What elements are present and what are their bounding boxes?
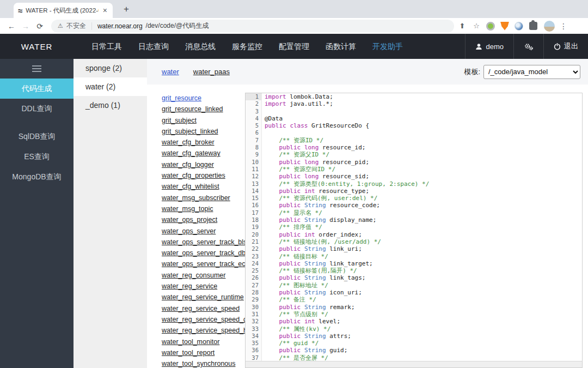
- table-link[interactable]: water_reg_service_runtime: [162, 292, 252, 303]
- table-link[interactable]: water_ops_server_track_dbs: [162, 248, 252, 258]
- nav-item[interactable]: 函数计算: [317, 34, 364, 59]
- nav-item[interactable]: 服务监控: [224, 34, 271, 59]
- code-line: /** 链接标签(用,隔开) */: [265, 267, 582, 274]
- table-link[interactable]: water_cfg_properties: [162, 170, 252, 181]
- table-link[interactable]: grit_subject: [162, 115, 252, 126]
- nav-item[interactable]: 配置管理: [271, 34, 317, 59]
- code-line: import java.util.*;: [265, 100, 582, 107]
- browser-menu-icon[interactable]: ⋮: [559, 22, 568, 31]
- user-name: demo: [486, 43, 504, 51]
- group-item[interactable]: sponge (2): [74, 59, 147, 77]
- code-viewer[interactable]: 1234567891011121314151617181920212223242…: [245, 93, 583, 368]
- table-link[interactable]: water_msg_topic: [162, 203, 252, 214]
- line-number: 35: [246, 340, 261, 347]
- nav-item[interactable]: 日志查询: [130, 34, 177, 59]
- table-link[interactable]: water_ops_project: [162, 214, 252, 225]
- share-icon[interactable]: ⬆: [456, 22, 468, 30]
- code-line: /** 备注 */: [265, 296, 582, 303]
- extensions-puzzle-icon[interactable]: [529, 22, 537, 30]
- code-line: public String link_uri;: [265, 245, 582, 252]
- dataset-tab[interactable]: water: [162, 68, 179, 76]
- table-link[interactable]: water_cfg_logger: [162, 159, 252, 170]
- omnibox-divider: [91, 22, 92, 30]
- nav-item[interactable]: 消息总线: [177, 34, 224, 59]
- line-number: 30: [246, 304, 261, 311]
- sidebar-item[interactable]: DDL查询: [0, 99, 74, 119]
- code-line: public int order_index;: [265, 231, 582, 238]
- line-number: 8: [246, 144, 261, 151]
- line-number: 10: [246, 159, 261, 166]
- new-tab-button[interactable]: +: [120, 3, 133, 16]
- table-link[interactable]: water_tool_report: [162, 347, 252, 358]
- forward-icon[interactable]: →: [20, 22, 32, 31]
- group-item[interactable]: _demo (1): [74, 96, 147, 114]
- sidebar-item[interactable]: SqlDB查询: [0, 126, 74, 147]
- code-line: /** 显示名 */: [265, 209, 582, 216]
- table-link[interactable]: water_reg_service_speed_date: [162, 314, 252, 325]
- table-link[interactable]: water_ops_server_track_bls: [162, 237, 252, 248]
- table-link[interactable]: water_ops_server: [162, 226, 252, 237]
- table-link[interactable]: water_reg_service_speed: [162, 303, 252, 314]
- sidebar-item[interactable]: 代码生成: [0, 79, 74, 99]
- code-line: public String link_target;: [265, 260, 582, 267]
- table-link[interactable]: water_cfg_gateway: [162, 148, 252, 159]
- browser-tab[interactable]: ≈ WATER - 代码生成 (2022-03-1 ×: [14, 3, 113, 18]
- table-link[interactable]: water_tool_synchronous: [162, 358, 252, 368]
- nav-item[interactable]: 日常工具: [83, 34, 130, 59]
- table-link[interactable]: water_cfg_whitelist: [162, 181, 252, 192]
- tab-close-icon[interactable]: ×: [102, 6, 108, 15]
- line-number: 15: [246, 195, 261, 202]
- line-number: 26: [246, 274, 261, 281]
- table-link[interactable]: grit_subject_linked: [162, 126, 252, 137]
- line-number: 21: [246, 238, 261, 245]
- sidebar-item[interactable]: MongoDB查询: [0, 167, 74, 187]
- table-link[interactable]: water_ops_server_track_ecs: [162, 258, 252, 269]
- code-line: /** 链接地址(例, /user/add) */: [265, 238, 582, 245]
- schema-group-list: sponge (2)water (2)_demo (1): [74, 59, 147, 368]
- user-menu[interactable]: demo: [465, 34, 513, 59]
- table-link[interactable]: water_reg_consumer: [162, 270, 252, 281]
- url-bar[interactable]: ⚠ 不安全 water.noear.org/dev/code/@代码生成: [51, 20, 454, 33]
- line-number: 20: [246, 231, 261, 238]
- code-line: @Data: [265, 115, 582, 122]
- dataset-tab[interactable]: water_paas: [193, 68, 230, 76]
- line-number: 6: [246, 129, 261, 136]
- horizontal-scrollbar[interactable]: [246, 361, 582, 367]
- nav-item[interactable]: 开发助手: [364, 34, 411, 59]
- code-line: /** 链接目标 */: [265, 253, 582, 260]
- code-line: /** guid */: [265, 340, 582, 347]
- settings-button[interactable]: [513, 34, 543, 59]
- back-icon[interactable]: ←: [5, 22, 17, 31]
- water-favicon-icon: ≈: [18, 7, 22, 15]
- profile-avatar[interactable]: [544, 21, 555, 32]
- line-number: 25: [246, 267, 261, 274]
- table-link[interactable]: water_reg_service_speed_hour: [162, 325, 252, 336]
- group-item[interactable]: water (2): [74, 77, 147, 96]
- module-sidebar: 代码生成DDL查询SqlDB查询ES查询MongoDB查询: [0, 59, 74, 368]
- table-link[interactable]: water_reg_service: [162, 281, 252, 292]
- extension-green-icon[interactable]: [486, 22, 495, 31]
- table-link[interactable]: water_msg_subscriber: [162, 192, 252, 203]
- line-number: 5: [246, 122, 261, 129]
- screen: ≈ WATER - 代码生成 (2022-03-1 × + ← → ⟳ ⚠ 不安…: [0, 0, 588, 368]
- hamburger-menu-icon[interactable]: [0, 59, 74, 79]
- extension-blue-icon[interactable]: [514, 22, 523, 31]
- table-link[interactable]: water_tool_monitor: [162, 336, 252, 347]
- line-number: 22: [246, 245, 261, 252]
- line-number: 33: [246, 325, 261, 333]
- bookmark-star-icon[interactable]: ☆: [470, 22, 482, 30]
- reload-icon[interactable]: ⟳: [34, 22, 46, 31]
- security-label: 不安全: [66, 21, 86, 31]
- table-link[interactable]: water_cfg_broker: [162, 137, 252, 148]
- metamask-fox-icon[interactable]: [500, 22, 509, 31]
- logout-button[interactable]: 退出: [543, 34, 588, 59]
- template-select[interactable]: /_code/java_model: [483, 65, 580, 79]
- app-logo[interactable]: WATER: [0, 42, 74, 51]
- user-icon: [475, 43, 482, 50]
- table-link[interactable]: grit_resource_linked: [162, 104, 252, 114]
- security-warning-icon: ⚠: [58, 22, 63, 29]
- table-link[interactable]: grit_resource: [162, 93, 252, 104]
- code-pane: import lombok.Data;import java.util.*; @…: [262, 93, 582, 361]
- line-number: 18: [246, 216, 261, 224]
- sidebar-item[interactable]: ES查询: [0, 147, 74, 167]
